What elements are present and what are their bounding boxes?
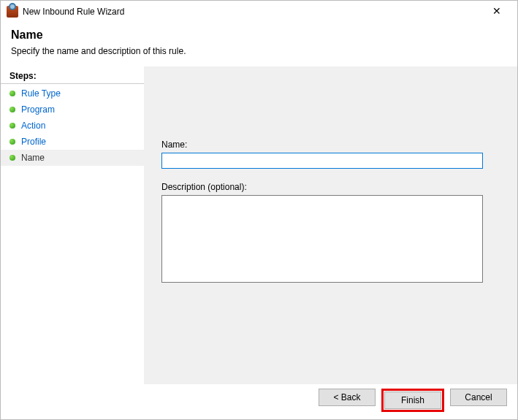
step-label: Name [21,153,45,163]
step-profile[interactable]: Profile [1,134,144,150]
bullet-icon [9,123,15,129]
wizard-main-panel: Name: Description (optional): [144,66,517,384]
firewall-icon [7,6,18,18]
titlebar: New Inbound Rule Wizard ✕ [1,1,517,23]
back-button[interactable]: < Back [319,389,376,406]
steps-heading: Steps: [1,69,144,84]
page-subtitle: Specify the name and description of this… [11,46,507,56]
wizard-header: Name Specify the name and description of… [1,23,517,66]
step-label: Rule Type [21,88,61,99]
bullet-icon [9,155,15,161]
description-label: Description (optional): [161,182,495,192]
step-name[interactable]: Name [1,150,144,166]
step-label: Program [21,104,55,115]
cancel-button[interactable]: Cancel [450,389,507,406]
bullet-icon [9,139,15,145]
name-input[interactable] [161,153,483,169]
close-button[interactable]: ✕ [482,1,511,22]
step-action[interactable]: Action [1,118,144,134]
window-title: New Inbound Rule Wizard [23,7,124,17]
form-area: Name: Description (optional): [144,66,517,285]
step-program[interactable]: Program [1,102,144,118]
step-label: Profile [21,137,46,147]
step-label: Action [21,121,45,131]
name-label: Name: [161,140,495,150]
bullet-icon [9,107,15,112]
finish-highlight: Finish [381,389,444,412]
bullet-icon [9,91,15,96]
steps-sidebar: Steps: Rule Type Program Action Profile … [1,66,144,384]
wizard-button-row: < Back Finish Cancel [319,389,507,412]
description-input[interactable] [161,195,483,283]
step-rule-type[interactable]: Rule Type [1,85,144,102]
page-title: Name [11,28,507,42]
content-wrap: Steps: Rule Type Program Action Profile … [1,66,517,384]
finish-button[interactable]: Finish [384,392,441,409]
